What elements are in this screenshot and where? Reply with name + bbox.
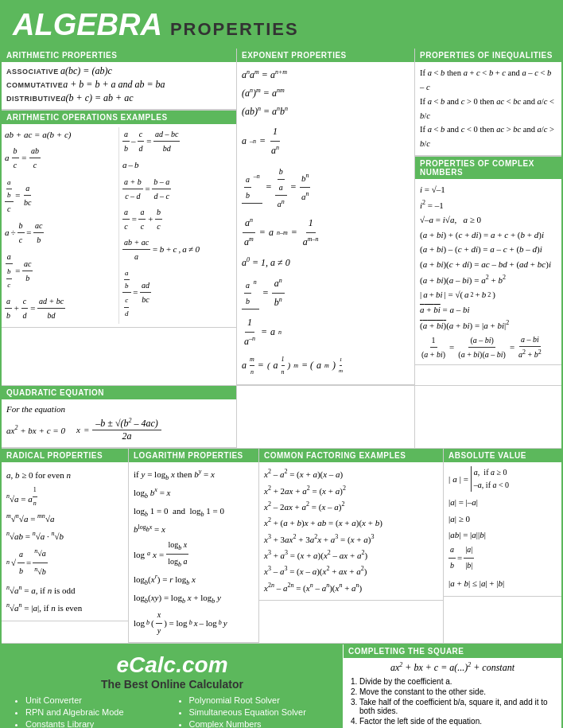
bullet-unit-converter: Unit Converter <box>25 695 169 705</box>
arith-formula-8: a – b <box>122 158 233 173</box>
header-algebra: ALGEBRA <box>13 8 162 42</box>
absolute-header: ABSOLUTE VALUE <box>444 449 561 462</box>
step-4: Factor the left side of the equation. <box>359 717 557 726</box>
exp-4: a–n = 1 an <box>242 123 410 160</box>
associative-label: ASSOCIATIVE <box>6 68 60 76</box>
complex-numbers-section: PROPERTIES OF COMPLEX NUMBERS i = √–1 i2… <box>415 157 561 365</box>
rad-3: m√n√a = mn√a <box>6 510 123 528</box>
exponent-header: EXPONENT PROPERTIES <box>237 49 414 62</box>
bottom-area: eCalc.com The Best Online Calculator Uni… <box>2 644 561 728</box>
factoring-header: COMMON FACTORING EXAMPLES <box>259 449 443 462</box>
ecalc-subtitle: The Best Online Calculator <box>13 678 332 691</box>
distributive-formula: a(b + c) = ab + ac <box>61 92 134 104</box>
cn-7: (a + bi)(a – bi) = a2 + b2 <box>420 272 557 287</box>
inequalities-header: PROPERTIES OF INEQUALITIES <box>415 49 561 62</box>
cn-4: (a + bi) + (c + di) = a + c + (b + d)i <box>420 228 557 243</box>
bullet-complex: Complex Numbers <box>189 719 332 728</box>
ecalc-bullets-right: Polynomial Root Solver Simultaneous Equa… <box>177 695 332 728</box>
fact-6: x3 + a3 = (x + a)(x2 – ax + a2) <box>264 547 438 563</box>
arith-formula-6: a b + cd = ad + bcbd <box>5 294 115 322</box>
cn-8: |a + bi| = √(a2 + b2) <box>420 287 557 302</box>
arithmetic-ops-section: ARITHMETIC OPERATIONS EXAMPLES ab + ac =… <box>2 111 236 328</box>
arith-formula-5: a bc = acb <box>5 250 115 291</box>
cn-3: √–a = i√a, a ≥ 0 <box>420 212 557 228</box>
right-top-section: PROPERTIES OF INEQUALITIES If a < b then… <box>415 49 561 385</box>
ecalc-bullets: Unit Converter RPN and Algebraic Mode Co… <box>13 695 332 728</box>
bullet-poly: Polynomial Root Solver <box>189 695 332 705</box>
fact-5: x3 + 3ax2 + 3a2x + a3 = (x + a)3 <box>264 531 438 547</box>
ecalc-title: eCalc.com <box>13 652 332 678</box>
rad-4: n√ab = n√a · n√b <box>6 528 123 545</box>
rad-1: a, b ≥ 0 for even n <box>6 466 123 484</box>
logarithm-section: LOGARITHM PROPERTIES if y = logb x then … <box>129 449 259 643</box>
exp-10: amn = (a1n)m = (am)1m <box>242 353 410 378</box>
bullet-simultaneous: Simultaneous Equation Solver <box>189 707 332 717</box>
step-3: Take half of the coefficient b/a, square… <box>359 698 557 715</box>
bullet-rpn: RPN and Algebraic Mode <box>25 707 169 717</box>
abs-1: |a| = a, if a ≥ 0 –a, if a < 0 <box>448 466 557 492</box>
arith-formula-9: ac = ac + bc <box>122 205 233 233</box>
header: ALGEBRA PROPERTIES <box>2 2 561 49</box>
arithmetic-properties-header: ARITHMETIC PROPERTIES <box>2 49 236 62</box>
log-1: if y = logb x then by = x <box>134 466 254 485</box>
cn-10: (a + bi)(a + bi) = |a + bi|2 <box>420 317 557 333</box>
ineq-2: If a < b and c > 0 then ac < bc and a/c … <box>420 95 557 123</box>
rad-6: n√an = a, if n is odd <box>6 582 123 599</box>
log-2: logb bx = x <box>134 485 254 503</box>
ecalc-bullets-left: Unit Converter RPN and Algebraic Mode Co… <box>13 695 169 728</box>
arith-formula-11: ab cd = adbc <box>122 266 233 320</box>
quadratic-section: QUADRATIC EQUATION For the equation ax2 … <box>2 386 237 448</box>
cn-5: (a + bi) – (c + di) = a – c + (b – d)i <box>420 242 557 257</box>
arith-formula-7: ab – cd = ad – bcbd <box>122 127 233 155</box>
inequalities-section: PROPERTIES OF INEQUALITIES If a < b then… <box>415 49 561 157</box>
completing-steps: Divide by the coefficient a. Move the co… <box>348 677 557 728</box>
ineq-1: If a < b then a + c < b + c and a – c < … <box>420 66 557 95</box>
abs-2: |a| = |–a| <box>448 494 557 510</box>
factoring-section: COMMON FACTORING EXAMPLES x2 – a2 = (x +… <box>259 449 444 643</box>
associative-formula: a(bc) = (ab)c <box>60 65 112 77</box>
abs-5: a b = |a| |b| <box>448 543 557 573</box>
exp-5: a b –n = b a <box>242 162 410 212</box>
quadratic-header: QUADRATIC EQUATION <box>2 386 236 399</box>
radical-section: RADICAL PROPERTIES a, b ≥ 0 for even n n… <box>2 449 129 643</box>
step-2: Move the constant to the other side. <box>359 687 557 696</box>
distributive-label: DISTRIBUTIVE <box>6 95 61 103</box>
completing-section: COMPLETING THE SQUARE ax2 + bx + c = a(.… <box>344 644 561 728</box>
fact-4: x2 + (a + b)x + ab = (x + a)(x + b) <box>264 515 438 531</box>
complex-numbers-header: PROPERTIES OF COMPLEX NUMBERS <box>415 157 561 179</box>
quad-for: For the equation <box>6 404 231 414</box>
exponent-section: EXPONENT PROPERTIES anam = an+m (an)m = … <box>237 49 415 385</box>
exp-8: a b n = an bn <box>242 274 410 312</box>
arithmetic-properties-section: ARITHMETIC PROPERTIES ASSOCIATIVE a(bc) … <box>2 49 236 111</box>
radical-header: RADICAL PROPERTIES <box>2 449 128 462</box>
log-7: logb(xy) = logb x + logb y <box>134 590 254 608</box>
fact-3: x2 – 2ax + a2 = (x – a)2 <box>264 499 438 515</box>
exp-6: an am = an–m = 1 am–n <box>242 214 410 251</box>
commutative-label: COMMUTATIVE <box>6 81 63 89</box>
ecalc-promo: eCalc.com The Best Online Calculator Uni… <box>2 644 344 728</box>
bullet-constants: Constants Library <box>25 719 169 728</box>
arith-formula-3: ab c = abc <box>5 175 115 216</box>
exp-1: anam = an+m <box>242 66 410 84</box>
arith-formula-8b: a + bc – d = b – ad – c <box>122 175 233 203</box>
log-6: logb(xr) = r logb x <box>134 571 254 590</box>
absolute-value-section: ABSOLUTE VALUE |a| = a, if a ≥ 0 –a, if … <box>444 449 561 643</box>
log-5: loga x = logb x logb a <box>134 538 254 572</box>
completing-body: ax2 + bx + c = a(...)2 + constant Divide… <box>344 658 561 728</box>
exp-9: 1 a–n = an <box>242 313 410 351</box>
fact-7: x3 – a3 = (x – a)(x2 + ax + a2) <box>264 563 438 579</box>
quad-formula: x = –b ± √(b2 – 4ac) 2a <box>76 417 161 442</box>
abs-4: |ab| = |a||b| <box>448 527 557 543</box>
commutative-formula: a + b = b + a and ab = ba <box>63 79 165 91</box>
cn-9: a + bi = a – bi <box>420 302 557 317</box>
arith-formula-10: ab + ac a = b + c, a ≠ 0 <box>122 236 233 263</box>
arithmetic-ops-header: ARITHMETIC OPERATIONS EXAMPLES <box>2 111 236 124</box>
completing-formula: ax2 + bx + c = a(...)2 + constant <box>348 661 557 674</box>
ineq-3: If a < b and c < 0 then ac > bc and a/c … <box>420 123 557 151</box>
abs-3: |a| ≥ 0 <box>448 511 557 527</box>
completing-header: COMPLETING THE SQUARE <box>344 644 561 658</box>
quad-eq: ax2 + bx + c = 0 <box>6 424 65 435</box>
arith-formula-1: ab + ac = a(b + c) <box>5 127 115 142</box>
cn-2: i2 = –1 <box>420 197 557 212</box>
arith-formula-2: abc = abc <box>5 144 115 172</box>
